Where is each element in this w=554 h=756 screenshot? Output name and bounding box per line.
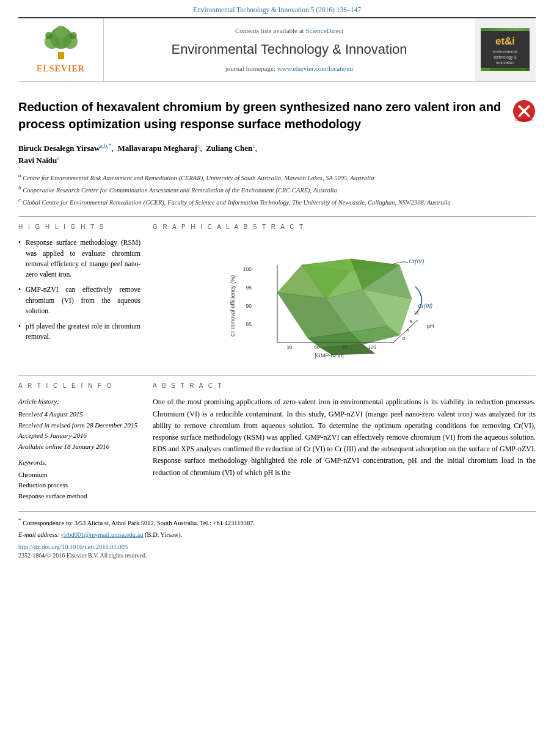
svg-text:8: 8 [410, 319, 413, 324]
graphical-abstract-container: Cr removal efficiency (%) 100 95 90 85 [153, 238, 536, 366]
svg-text:100: 100 [242, 266, 251, 272]
affiliation-b: b Cooperative Research Centre for Contam… [18, 184, 536, 195]
svg-point-5 [45, 32, 53, 39]
graphical-abstract-column: G R A P H I C A L A B S T R A C T Cr rem… [153, 223, 536, 366]
svg-text:90: 90 [246, 303, 252, 309]
highlight-item-1: Response surface methodology (RSM) was a… [18, 238, 140, 280]
journal-header: ELSEVIER Contents lists available at Sci… [18, 17, 536, 82]
history-title: Article history: [18, 396, 140, 407]
eti-logo-box: et&i environmentaltechnology &innovation [481, 31, 530, 68]
highlights-header: H I G H L I G H T S [18, 223, 140, 231]
journal-title: Environmental Technology & Innovation [171, 40, 407, 59]
svg-text:CrossMark: CrossMark [515, 118, 533, 122]
svg-text:0: 0 [403, 336, 406, 341]
affiliation-c: c Global Centre for Environmental Remedi… [18, 196, 536, 207]
abstract-column: A B S T R A C T One of the most promisin… [153, 382, 536, 501]
article-title: Reduction of hexavalent chromium by gree… [18, 98, 536, 133]
svg-text:60: 60 [314, 344, 319, 350]
highlight-item-3: pH played the greatest role in chromium … [18, 321, 140, 343]
eti-logo: et&i environmentaltechnology &innovation [481, 28, 530, 71]
correspondence-footnote: * Correspondence to: 3/53 Alicia st, Ath… [18, 517, 536, 528]
journal-reference: Environmental Technology & Innovation 5 … [193, 6, 361, 13]
divider-1 [18, 216, 536, 217]
graphical-abstract-chart: Cr removal efficiency (%) 100 95 90 85 [228, 238, 461, 366]
eti-title: et&i [483, 34, 527, 49]
svg-rect-0 [58, 52, 64, 59]
keyword-1: Chromium [18, 470, 140, 481]
highlights-list: Response surface methodology (RSM) was a… [18, 238, 140, 342]
journal-info-center: Contents lists available at ScienceDirec… [104, 18, 475, 81]
svg-text:4: 4 [406, 327, 409, 333]
svg-text:85: 85 [246, 321, 252, 327]
article-info-column: A R T I C L E I N F O Article history: R… [18, 382, 140, 501]
author-1-sup: a,b,* [100, 142, 111, 149]
title-area: CrossMark Reduction of hexavalent chromi… [18, 98, 536, 133]
footnote-star: * [18, 517, 21, 523]
copyright-line: 2352-1864/© 2016 Elsevier B.V. All right… [18, 551, 536, 560]
svg-text:90: 90 [341, 344, 347, 350]
info-abstract-section: A R T I C L E I N F O Article history: R… [18, 382, 536, 501]
highlight-item-2: GMP-nZVI can effectively remove chromium… [18, 285, 140, 316]
keyword-2: Reduction process [18, 480, 140, 491]
svg-point-6 [70, 32, 77, 39]
author-1: Biruck Desalegn Yirsaw [18, 144, 100, 153]
elsevier-logo-area: ELSEVIER [18, 18, 104, 81]
authors-line: Biruck Desalegn Yirsawa,b,*, Mallavarapu… [18, 142, 536, 167]
journal-homepage: journal homepage: www.elsevier.com/locat… [225, 64, 353, 73]
crossmark-icon: CrossMark [512, 100, 536, 123]
email-link[interactable]: yirbd001@mymail.unisa.edu.au [61, 531, 144, 538]
article-history: Article history: Received 4 August 2015 … [18, 396, 140, 452]
divider-2 [18, 375, 536, 376]
affiliations: a Centre for Environmental Risk Assessme… [18, 172, 536, 208]
abstract-header: A B S T R A C T [153, 382, 536, 390]
elsevier-wordmark: ELSEVIER [37, 63, 85, 75]
top-journal-link: Environmental Technology & Innovation 5 … [0, 0, 554, 17]
elsevier-tree-icon [34, 24, 89, 61]
author-3: Zuliang Chen [206, 144, 252, 153]
contents-available-text: Contents lists available at ScienceDirec… [235, 26, 343, 35]
main-content: CrossMark Reduction of hexavalent chromi… [18, 82, 536, 502]
author-4: Ravi Naidu [18, 156, 57, 165]
author-4-sup: c [57, 154, 59, 161]
doi-link-line: http://dx.doi.org/10.1016/j.eti.2016.01.… [18, 543, 536, 552]
keyword-3: Response surface method [18, 491, 140, 502]
email-footnote: E-mail address: yirbd001@mymail.unisa.ed… [18, 530, 536, 540]
accepted-date: Accepted 5 January 2016 [18, 431, 140, 442]
doi-link[interactable]: http://dx.doi.org/10.1016/j.eti.2016.01.… [18, 543, 128, 550]
keywords-title: Keywords: [18, 458, 140, 467]
footer-section: * Correspondence to: 3/53 Alicia st, Ath… [18, 511, 536, 561]
eti-subtitle: environmentaltechnology &innovation [483, 49, 527, 65]
author-3-sup: c [252, 142, 255, 149]
email-label: E-mail address: [18, 531, 61, 538]
graphical-abstract-header: G R A P H I C A L A B S T R A C T [153, 223, 536, 231]
elsevier-logo: ELSEVIER [34, 24, 89, 75]
svg-text:95: 95 [246, 285, 252, 291]
homepage-link[interactable]: www.elsevier.com/locate/eti [277, 65, 354, 72]
abstract-text: One of the most promising applications o… [153, 396, 536, 478]
svg-text:120: 120 [368, 344, 376, 350]
received-date: Received 4 August 2015 [18, 409, 140, 420]
svg-text:Cr(IV): Cr(IV) [409, 258, 424, 264]
eti-image [481, 68, 530, 71]
author-2: Mallavarapu Megharaj [118, 144, 197, 153]
email-suffix: (B.D. Yirsaw). [145, 531, 182, 538]
svg-text:[GMP-nZVI]: [GMP-nZVI] [315, 352, 344, 358]
highlights-column: H I G H L I G H T S Response surface met… [18, 223, 140, 366]
article-info-header: A R T I C L E I N F O [18, 382, 140, 390]
svg-text:pH: pH [427, 323, 434, 329]
svg-text:12: 12 [414, 310, 419, 316]
svg-point-4 [55, 26, 67, 38]
page-wrapper: Environmental Technology & Innovation 5 … [0, 0, 554, 756]
affiliation-a: a Centre for Environmental Risk Assessme… [18, 172, 536, 183]
svg-text:30: 30 [286, 344, 292, 350]
sciencedirect-link[interactable]: ScienceDirect [305, 27, 343, 34]
revised-date: Received in revised form 28 December 201… [18, 420, 140, 431]
svg-text:Cr removal efficiency (%): Cr removal efficiency (%) [230, 275, 236, 336]
available-online-date: Available online 18 January 2016 [18, 442, 140, 453]
keywords-section: Keywords: Chromium Reduction process Res… [18, 458, 140, 501]
eti-logo-area: et&i environmentaltechnology &innovation [475, 18, 536, 81]
highlights-abstract-section: H I G H L I G H T S Response surface met… [18, 223, 536, 366]
correspondence-text: Correspondence to: 3/53 Alicia st, Athol… [23, 519, 255, 526]
author-2-sup: c [197, 142, 200, 149]
